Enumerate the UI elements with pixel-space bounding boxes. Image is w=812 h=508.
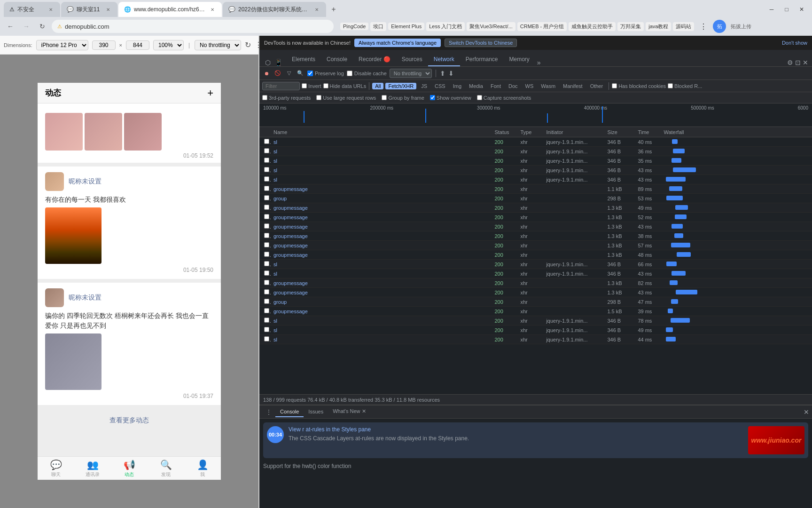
show-overview-checkbox[interactable]: Show overview <box>430 95 471 101</box>
col-initiator-header[interactable]: Initiator <box>543 129 604 135</box>
row-checkbox[interactable] <box>261 252 271 258</box>
moment-image-1[interactable] <box>45 207 102 264</box>
network-table[interactable]: Name Status Type Initiator Size Time Wat… <box>259 127 812 394</box>
filter-input[interactable] <box>262 82 300 90</box>
devtools-inspect-icon[interactable]: ⬡ <box>263 59 273 66</box>
row-checkbox[interactable] <box>261 214 271 220</box>
row-checkbox[interactable] <box>261 261 271 267</box>
table-row[interactable]: sl 200 xhr jquery-1.9.1.min... 346 B 35 … <box>259 156 812 166</box>
tab-close-2[interactable]: ✕ <box>104 6 112 13</box>
throttle-select[interactable]: No throttling <box>195 40 241 50</box>
tab-elements[interactable]: Elements <box>286 53 321 66</box>
dont-show-button[interactable]: Don't show <box>782 40 807 46</box>
col-time-header[interactable]: Time <box>635 129 661 135</box>
view-more-button[interactable]: 查看更多动态 <box>38 409 221 432</box>
switch-to-chinese-button[interactable]: Switch DevTools to Chinese <box>445 39 517 47</box>
table-row[interactable]: groupmessage 200 xhr 1.1 kB 89 ms <box>259 184 812 194</box>
table-row[interactable]: groupmessage 200 xhr 1.3 kB 52 ms <box>259 213 812 222</box>
row-checkbox[interactable] <box>261 308 271 314</box>
tab-4[interactable]: 💬 2022仿微信实时聊天系统2.0 多... ✕ <box>223 2 326 17</box>
tab-memory[interactable]: Memory <box>504 53 535 66</box>
row-checkbox[interactable] <box>261 205 271 211</box>
row-checkbox[interactable] <box>261 139 271 145</box>
table-row[interactable]: groupmessage 200 xhr 1.3 kB 48 ms <box>259 250 812 260</box>
filter-doc[interactable]: Doc <box>506 83 521 89</box>
filter-font[interactable]: Font <box>488 83 504 89</box>
less-ext[interactable]: Less 入门文档 <box>426 22 465 31</box>
export-icon[interactable]: ⬇ <box>448 70 454 77</box>
back-button[interactable]: ← <box>4 20 17 33</box>
java-ext[interactable]: java教程 <box>646 22 671 31</box>
table-row[interactable]: groupmessage 200 xhr 1.3 kB 57 ms <box>259 241 812 250</box>
col-name-header[interactable]: Name <box>271 129 492 135</box>
yuanma-ext[interactable]: 源码站 <box>673 22 694 31</box>
table-row[interactable]: sl 200 xhr jquery-1.9.1.min... 346 B 78 … <box>259 316 812 325</box>
filter-media[interactable]: Media <box>466 83 486 89</box>
table-row[interactable]: sl 200 xhr jquery-1.9.1.min... 346 B 49 … <box>259 325 812 335</box>
refresh-icon[interactable]: ↻ <box>245 40 251 49</box>
crmeb-ext[interactable]: CRMEB - 用户分组 <box>517 22 567 31</box>
row-checkbox[interactable] <box>261 242 271 248</box>
preserve-log-checkbox[interactable]: Preserve log <box>307 71 344 76</box>
table-row[interactable]: group 200 xhr 298 B 53 ms <box>259 194 812 203</box>
notification-title[interactable]: View r at-rules in the Styles pane <box>289 426 743 433</box>
close-button[interactable]: ✕ <box>795 3 808 16</box>
chrome-menu-button[interactable]: ⋮ <box>697 20 710 33</box>
table-row[interactable]: groupmessage 200 xhr 1.3 kB 49 ms <box>259 203 812 213</box>
height-input[interactable] <box>126 40 149 50</box>
filter-manifest[interactable]: Manifest <box>560 83 586 89</box>
row-checkbox[interactable] <box>261 299 271 305</box>
tab-close-1[interactable]: ✕ <box>47 6 55 13</box>
tab-3[interactable]: 🌐 www.demopublic.com/hz685... ✕ <box>118 2 222 17</box>
row-checkbox[interactable] <box>261 318 271 324</box>
table-row[interactable]: sl 200 xhr jquery-1.9.1.min... 346 B 40 … <box>259 137 812 147</box>
table-row[interactable]: sl 200 xhr jquery-1.9.1.min... 346 B 43 … <box>259 269 812 278</box>
minimize-button[interactable]: ─ <box>765 3 778 16</box>
blocked-cookies-checkbox[interactable]: Has blocked cookies <box>612 83 666 89</box>
vue-ext[interactable]: 聚焦Vue3/React/... <box>467 22 515 31</box>
media-item-3[interactable] <box>124 113 162 151</box>
devtools-more-tabs[interactable]: » <box>535 59 543 66</box>
pingcode-ext[interactable]: PingCode <box>340 23 368 30</box>
zoom-select[interactable]: 100% <box>153 40 184 50</box>
tab-sources[interactable]: Sources <box>396 53 428 66</box>
filter-all[interactable]: All <box>372 83 383 89</box>
row-checkbox[interactable] <box>261 223 271 230</box>
address-bar[interactable]: ⚠ demopublic.com <box>52 20 334 33</box>
konkou-ext[interactable]: 埃口 <box>370 22 386 31</box>
reload-button[interactable]: ↻ <box>36 20 49 33</box>
more-options-button[interactable]: ⋮ <box>255 40 262 49</box>
table-row[interactable]: group 200 xhr 298 B 47 ms <box>259 297 812 307</box>
table-row[interactable]: groupmessage 200 xhr 1.5 kB 39 ms <box>259 307 812 316</box>
tab-recorder[interactable]: Recorder 🔴 <box>353 53 396 66</box>
filter-fetch-xhr[interactable]: Fetch/XHR <box>385 83 416 89</box>
table-row[interactable]: sl 200 xhr jquery-1.9.1.min... 346 B 66 … <box>259 260 812 269</box>
always-match-language-button[interactable]: Always match Chrome's language <box>354 39 441 47</box>
row-checkbox[interactable] <box>261 148 271 154</box>
capture-screenshots-checkbox[interactable]: Capture screenshots <box>477 95 531 101</box>
record-button[interactable]: ⏺ <box>262 69 271 78</box>
table-row[interactable]: groupmessage 200 xhr 1.3 kB 82 ms <box>259 278 812 288</box>
blocked-requests-checkbox[interactable]: Blocked R... <box>668 83 702 89</box>
tab-close-3[interactable]: ✕ <box>209 6 216 13</box>
filter-ws[interactable]: WS <box>523 83 537 89</box>
new-tab-button[interactable]: + <box>327 3 340 16</box>
tab-performance[interactable]: Performance <box>460 53 504 66</box>
devtools-mobile-icon[interactable]: 📱 <box>273 59 284 66</box>
row-checkbox[interactable] <box>261 186 271 192</box>
width-input[interactable] <box>92 40 116 50</box>
tab-1[interactable]: ⚠ 不安全 ✕ <box>4 2 60 17</box>
tab-network[interactable]: Network <box>428 53 460 66</box>
col-type-header[interactable]: Type <box>517 129 543 135</box>
settings-icon[interactable]: ⚙ <box>787 59 793 66</box>
row-checkbox[interactable] <box>261 167 271 173</box>
search-button[interactable]: 🔍 <box>296 69 304 78</box>
nav-chat[interactable]: 💬 聊天 <box>38 457 74 480</box>
bottom-tab-issues[interactable]: Issues <box>304 407 328 417</box>
table-row[interactable]: sl 200 xhr jquery-1.9.1.min... 346 B 44 … <box>259 335 812 344</box>
row-checkbox[interactable] <box>261 327 271 333</box>
nav-discover[interactable]: 🔍 发现 <box>148 457 184 480</box>
import-icon[interactable]: ⬆ <box>440 70 445 77</box>
throttle-dropdown[interactable]: No throttling <box>390 69 432 78</box>
col-size-header[interactable]: Size <box>604 129 635 135</box>
